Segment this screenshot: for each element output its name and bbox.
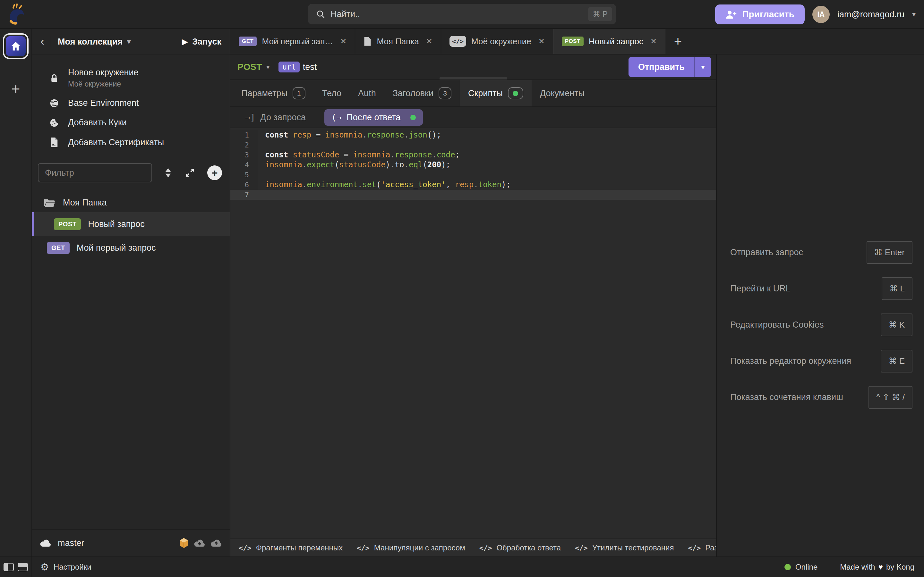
helper-item[interactable]: </>Манипуляции с запросом	[357, 543, 465, 552]
cloud-pull-icon[interactable]	[194, 539, 205, 547]
workspace-tab[interactable]: Моя Папка✕	[355, 29, 441, 54]
branch-name[interactable]: master	[58, 538, 84, 548]
code-line[interactable]: 7	[230, 190, 716, 200]
shortcut-row: Показать сочетания клавиш^ ⇧ ⌘ /	[730, 386, 913, 409]
close-icon[interactable]: ✕	[426, 37, 433, 46]
cloud-push-icon[interactable]	[210, 539, 222, 547]
workspace-tab[interactable]: GETМой первый зап…✕	[230, 29, 355, 54]
tab-scripts[interactable]: Скрипты	[460, 80, 531, 106]
settings-button[interactable]: ⚙ Настройки	[40, 562, 91, 572]
run-collection-button[interactable]: ▶ Запуск	[182, 37, 221, 47]
branch-row: master	[32, 529, 230, 556]
shortcut-keys-badge: ⌘ L	[882, 277, 913, 300]
home-button[interactable]	[3, 33, 29, 59]
sidebar-item-new-environment[interactable]: Новое окружениеМоё окружение	[32, 63, 230, 93]
filter-row: +	[32, 161, 230, 185]
tab-label: Документы	[540, 89, 585, 98]
left-rail: +	[0, 29, 32, 556]
code-line[interactable]: 4insomnia.expect(statusCode).to.eql(200)…	[230, 160, 716, 170]
send-button[interactable]: Отправить ▾	[628, 57, 711, 77]
method-selector[interactable]: POST	[237, 62, 262, 72]
script-subtabs: →]До запроса(→После ответа	[230, 107, 716, 128]
request-tree: Моя Папка POSTНовый запросGETМой первый …	[32, 185, 230, 259]
top-bar: Найти.. ⌘ P Пригласить IA iam@romagod.ru…	[0, 0, 924, 29]
insomnia-sync-cube-icon[interactable]	[179, 538, 189, 548]
close-icon[interactable]: ✕	[340, 37, 347, 46]
shortcut-label: Показать сочетания клавиш	[730, 392, 843, 402]
avatar[interactable]: IA	[813, 6, 830, 23]
tab-pre-request[interactable]: →]До запроса	[238, 109, 313, 126]
tab-headers[interactable]: Заголовки3	[384, 80, 460, 106]
new-project-button[interactable]: +	[11, 81, 20, 96]
shortcut-keys-badge: ⌘ Enter	[867, 241, 913, 264]
helper-label: Обработка ответа	[496, 543, 561, 552]
env-item-label: Base Environment	[68, 98, 139, 108]
close-icon[interactable]: ✕	[650, 37, 657, 46]
global-search[interactable]: Найти.. ⌘ P	[308, 4, 616, 24]
helper-item[interactable]: </>Утилиты тестирования	[575, 543, 674, 552]
send-options-caret-icon[interactable]: ▾	[695, 63, 711, 71]
env-item-sublabel: Моё окружение	[68, 80, 139, 89]
sidebar-item-add-cookies[interactable]: Добавить Куки	[32, 113, 230, 132]
method-badge: POST	[562, 37, 583, 46]
request-list: POSTНовый запросGETМой первый запрос	[32, 212, 230, 259]
response-pane: Отправить запрос⌘ EnterПерейти к URL⌘ LР…	[716, 55, 924, 556]
tab-body[interactable]: Тело	[314, 80, 350, 106]
filter-input[interactable]	[38, 163, 152, 182]
layout-toggles	[0, 557, 32, 577]
script-editor[interactable]: 1const resp = insomnia.response.json();2…	[230, 128, 716, 538]
pane-drag-handle[interactable]	[439, 77, 507, 79]
method-badge: POST	[54, 218, 81, 230]
sort-icon[interactable]	[164, 167, 172, 178]
tab-label: Параметры	[241, 89, 288, 98]
new-tab-button[interactable]: +	[666, 29, 690, 54]
line-number: 3	[230, 150, 258, 160]
workspace-tab[interactable]: POSTНовый запрос✕	[553, 29, 666, 54]
environment-icon: </>	[449, 36, 466, 47]
method-badge: GET	[47, 242, 69, 254]
certificate-icon	[49, 137, 60, 147]
url-input[interactable]: test	[303, 62, 317, 72]
code-text: insomnia.expect(statusCode).to.eql(200);	[258, 160, 451, 170]
close-icon[interactable]: ✕	[538, 37, 545, 46]
tab-docs[interactable]: Документы	[531, 80, 593, 106]
online-status: Online	[784, 562, 817, 572]
method-caret-icon[interactable]: ▾	[266, 63, 270, 71]
request-row[interactable]: POSTНовый запрос	[32, 212, 230, 236]
toggle-sidebar-icon[interactable]	[3, 563, 14, 571]
tab-label: Новый запрос	[589, 37, 643, 47]
collection-name: Моя коллекция	[58, 37, 123, 47]
request-row[interactable]: GETМой первый запрос	[32, 236, 230, 259]
tab-after-response[interactable]: (→После ответа	[325, 109, 423, 126]
divider	[51, 36, 51, 47]
workspace-tab[interactable]: </>Моё окружение✕	[441, 29, 553, 54]
code-line[interactable]: 3const statusCode = insomnia.response.co…	[230, 150, 716, 160]
request-name: Мой первый запрос	[77, 243, 156, 253]
helper-item[interactable]: </>Обработка ответа	[479, 543, 561, 552]
add-request-button[interactable]: +	[207, 165, 222, 180]
collection-dropdown[interactable]: Моя коллекция ▾	[58, 37, 131, 47]
tab-auth[interactable]: Auth	[350, 80, 384, 106]
tab-params[interactable]: Параметры1	[233, 80, 314, 106]
shortcut-keys-badge: ^ ⇧ ⌘ /	[869, 386, 913, 409]
back-chevron-icon[interactable]: ‹	[40, 36, 44, 47]
green-dot-icon	[410, 115, 416, 120]
tab-label: После ответа	[347, 113, 401, 122]
tab-strip: GETМой первый зап…✕Моя Папка✕</>Моё окру…	[230, 29, 924, 55]
sidebar-item-add-certificates[interactable]: Добавить Сертификаты	[32, 132, 230, 152]
account-menu-caret-icon[interactable]: ▾	[912, 10, 916, 19]
code-line[interactable]: 5	[230, 170, 716, 180]
sidebar-item-base-environment[interactable]: Base Environment	[32, 93, 230, 113]
tab-label: Моя Папка	[376, 37, 419, 47]
folder-row[interactable]: Моя Папка	[32, 193, 230, 212]
code-line[interactable]: 6insomnia.environment.set('access_token'…	[230, 180, 716, 190]
code-line[interactable]: 2	[230, 140, 716, 150]
invite-button[interactable]: Пригласить	[715, 5, 804, 24]
helper-item[interactable]: </>Фрагменты переменных	[239, 543, 342, 552]
toggle-layout-icon[interactable]	[18, 563, 28, 571]
pre-request-icon: →]	[245, 113, 255, 122]
expand-all-icon[interactable]	[185, 168, 195, 178]
account-email: iam@romagod.ru	[837, 10, 905, 19]
code-line[interactable]: 1const resp = insomnia.response.json();	[230, 130, 716, 140]
made-with-suffix: by Kong	[886, 562, 914, 572]
